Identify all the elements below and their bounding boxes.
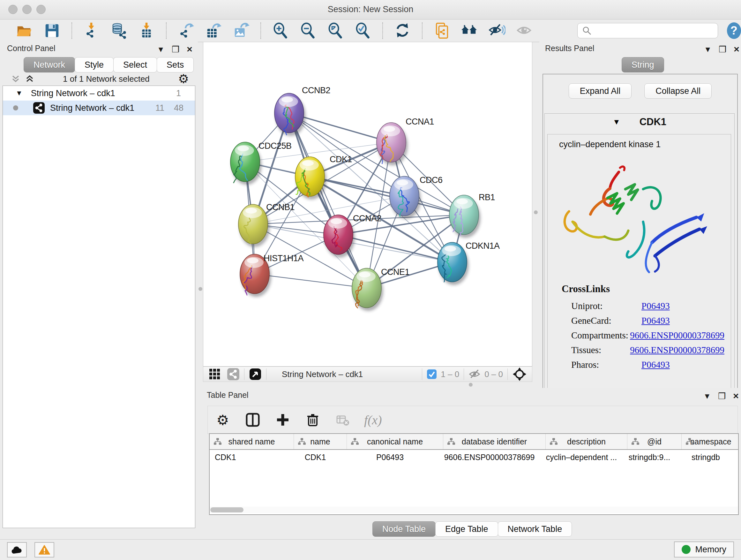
- collapse-all-chevrons-icon[interactable]: [11, 74, 20, 84]
- hierarchy-icon: [631, 438, 639, 447]
- bottom-splitter-handle[interactable]: [469, 383, 473, 387]
- zoom-fit-icon[interactable]: [326, 22, 345, 40]
- crosslink-label: Pharos:: [571, 360, 642, 370]
- node-CCNA2[interactable]: [324, 215, 355, 258]
- column-header-canonical-name[interactable]: canonical name: [347, 434, 443, 449]
- cloud-button[interactable]: [7, 542, 27, 557]
- cell-shared-name[interactable]: CDK1: [210, 453, 289, 462]
- tab-style[interactable]: Style: [75, 57, 114, 72]
- cell-namespace[interactable]: stringdb: [677, 453, 735, 462]
- refresh-icon[interactable]: [393, 22, 412, 40]
- tab-string[interactable]: String: [622, 57, 664, 72]
- node-CCNB2[interactable]: [274, 93, 306, 136]
- help-question-mark: ?: [731, 24, 738, 37]
- cell-name[interactable]: CDK1: [289, 453, 342, 462]
- show-columns-icon[interactable]: [244, 411, 261, 428]
- crosslink-link[interactable]: P06493: [642, 301, 670, 311]
- zoom-out-icon[interactable]: [298, 22, 318, 40]
- table-row[interactable]: CDK1CDK1P064939606.ENSP00000378699cyclin…: [210, 450, 738, 464]
- cell-description[interactable]: cyclin–dependent ...: [541, 453, 622, 462]
- warnings-button[interactable]: [35, 542, 54, 557]
- import-table-icon[interactable]: [137, 22, 156, 40]
- expand-all-chevrons-icon[interactable]: [25, 74, 35, 84]
- column-header--id[interactable]: @id: [627, 434, 682, 449]
- scrollbar-thumb[interactable]: [210, 507, 244, 512]
- zoom-in-icon[interactable]: [271, 22, 290, 40]
- export-network-icon[interactable]: [176, 22, 196, 40]
- crosslink-link[interactable]: 9606.ENSP00000378699: [630, 345, 724, 355]
- eye-slash-icon[interactable]: [487, 22, 507, 40]
- crosshair-navigator-icon[interactable]: [512, 367, 527, 381]
- memory-label: Memory: [695, 545, 726, 555]
- export-image-icon[interactable]: [231, 22, 251, 40]
- zoom-selected-icon[interactable]: [353, 22, 373, 40]
- collapse-all-button[interactable]: Collapse All: [644, 83, 712, 99]
- crosslink-link[interactable]: P06493: [642, 315, 670, 326]
- node-RB1[interactable]: [449, 195, 481, 238]
- right-splitter-handle[interactable]: [534, 210, 538, 214]
- close-panel-icon[interactable]: ✕: [186, 45, 193, 54]
- float-panel-icon[interactable]: ▼: [157, 45, 165, 54]
- close-panel-icon[interactable]: ✕: [733, 45, 740, 54]
- column-label: database identifier: [462, 437, 527, 446]
- duplicate-document-icon[interactable]: [432, 22, 452, 40]
- search-input[interactable]: [577, 23, 718, 38]
- section-collapse-icon[interactable]: ▼: [613, 118, 620, 126]
- node-CDKN1A[interactable]: [437, 242, 469, 285]
- network-collection-row[interactable]: ▼ String Network – cdk1 1: [3, 86, 195, 101]
- delete-column-trash-icon[interactable]: [304, 411, 321, 428]
- network-view-canvas[interactable]: CCNB2CCNA1CDC25BCDK1CDC6RB1CCNB1CCNA2CDK…: [203, 42, 532, 367]
- node-table[interactable]: shared namenamecanonical namedatabase id…: [209, 433, 739, 515]
- float-panel-icon[interactable]: ▼: [703, 392, 711, 401]
- tab-select[interactable]: Select: [113, 57, 157, 72]
- memory-button[interactable]: Memory: [674, 542, 734, 557]
- double-home-icon[interactable]: [460, 22, 479, 40]
- crosslink-link[interactable]: 9606.ENSP00000378699: [630, 330, 724, 341]
- table-horizontal-scrollbar[interactable]: [210, 507, 738, 513]
- help-button[interactable]: ?: [727, 22, 741, 39]
- maximize-panel-icon[interactable]: ❒: [718, 391, 726, 401]
- tab-node-table[interactable]: Node Table: [373, 521, 435, 537]
- node-CCNE1[interactable]: [352, 268, 383, 311]
- node-CDC6[interactable]: [390, 176, 421, 219]
- network-view-share-icon[interactable]: [227, 368, 240, 381]
- column-header-database-identifier[interactable]: database identifier: [443, 434, 546, 449]
- float-panel-icon[interactable]: ▼: [704, 45, 712, 54]
- tab-edge-table[interactable]: Edge Table: [435, 521, 498, 537]
- export-table-icon[interactable]: [204, 22, 223, 40]
- floppy-save-icon[interactable]: [42, 22, 62, 40]
- table-settings-gear-icon[interactable]: ⚙: [214, 411, 231, 428]
- edge-HIST1H1A-CCNE1[interactable]: [255, 274, 367, 288]
- crosslink-link[interactable]: P06493: [642, 360, 670, 370]
- column-header-shared-name[interactable]: shared name: [210, 434, 294, 449]
- cloud-icon: [11, 545, 23, 554]
- maximize-panel-icon[interactable]: ❒: [172, 44, 179, 55]
- add-column-plus-icon[interactable]: [274, 411, 291, 428]
- gear-icon[interactable]: ⚙: [178, 72, 189, 86]
- import-network-icon[interactable]: [82, 22, 102, 40]
- column-header-namespace[interactable]: namespace: [682, 434, 739, 449]
- folder-open-icon[interactable]: [15, 22, 35, 40]
- search-field[interactable]: [595, 26, 713, 36]
- tab-sets[interactable]: Sets: [157, 57, 194, 72]
- expand-all-button[interactable]: Expand All: [569, 83, 632, 99]
- tab-network[interactable]: Network: [23, 57, 75, 72]
- crosslink-row: Pharos:P06493: [571, 357, 724, 372]
- column-header-description[interactable]: description: [546, 434, 627, 449]
- maximize-panel-icon[interactable]: ❒: [719, 44, 726, 55]
- node-CCNB1[interactable]: [239, 204, 270, 247]
- node-CDK1[interactable]: [295, 157, 327, 199]
- close-panel-icon[interactable]: ✕: [733, 392, 739, 401]
- collection-expander-icon[interactable]: ▼: [16, 89, 23, 98]
- left-splitter-handle[interactable]: [199, 287, 202, 291]
- cell-canonical-name[interactable]: P06493: [342, 453, 438, 462]
- import-database-icon[interactable]: [109, 22, 129, 40]
- network-row[interactable]: String Network – cdk1 11 48: [3, 101, 195, 115]
- cell--id[interactable]: stringdb:9...: [622, 453, 677, 462]
- detach-view-icon[interactable]: [249, 368, 262, 381]
- cell-database-identifier[interactable]: 9606.ENSP00000378699: [438, 453, 541, 462]
- tab-network-table[interactable]: Network Table: [498, 521, 572, 537]
- grid-thumbnails-icon[interactable]: [208, 368, 221, 381]
- column-header-name[interactable]: name: [294, 434, 347, 449]
- network-graph[interactable]: CCNB2CCNA1CDC25BCDK1CDC6RB1CCNB1CCNA2CDK…: [203, 42, 532, 366]
